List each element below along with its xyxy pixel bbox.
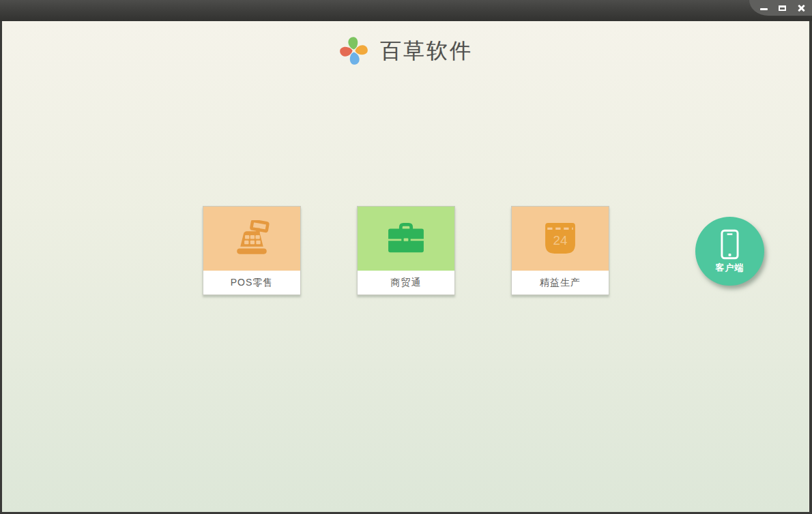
maximize-button[interactable]: [778, 3, 787, 12]
product-card-trade[interactable]: 商贸通: [357, 206, 455, 295]
product-label: POS零售: [203, 271, 300, 294]
minimize-icon: [760, 8, 768, 10]
smartphone-icon: [721, 229, 739, 260]
minimize-button[interactable]: [759, 3, 768, 12]
briefcase-icon: [386, 222, 426, 255]
cash-register-icon: [232, 220, 272, 257]
product-card-pos[interactable]: POS零售: [203, 206, 301, 295]
titlebar[interactable]: [0, 0, 812, 21]
close-button[interactable]: [796, 3, 805, 12]
calendar-icon: 24: [543, 222, 577, 255]
close-icon: [797, 4, 805, 12]
product-tile: [203, 207, 300, 271]
pinwheel-logo-icon: [338, 35, 370, 67]
product-label: 精益生产: [512, 271, 609, 294]
header: 百草软件: [2, 35, 809, 67]
product-tile: 24: [512, 207, 609, 271]
client-button[interactable]: 客户端: [695, 217, 764, 286]
client-button-label: 客户端: [716, 262, 744, 274]
maximize-icon: [779, 5, 786, 11]
main-content: 百草软件: [2, 21, 809, 512]
product-card-lean[interactable]: 24 精益生产: [511, 206, 609, 295]
product-label: 商贸通: [358, 271, 454, 294]
window-controls: [749, 0, 812, 16]
calendar-day-number: 24: [553, 233, 568, 247]
app-title: 百草软件: [380, 37, 473, 65]
product-tile: [358, 207, 454, 271]
app-window: 百草软件: [0, 0, 812, 514]
